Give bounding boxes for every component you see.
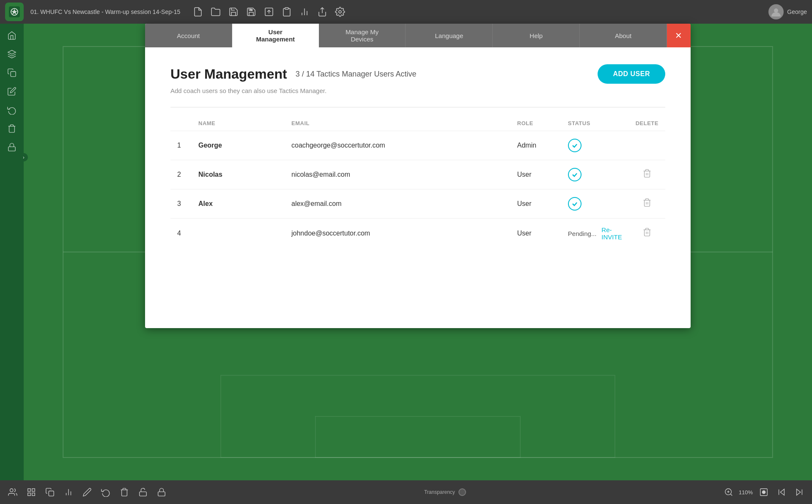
clipboard-icon[interactable] [279,4,294,19]
transparency-label: Transparency [424,489,455,495]
bottom-stats-icon[interactable] [61,485,76,500]
nav-prev-icon[interactable] [774,485,789,500]
svg-rect-38 [140,492,147,496]
open-folder-icon[interactable] [208,4,223,19]
tab-language[interactable]: Language [406,24,493,47]
modal: Account User Management Manage My Device… [145,24,691,328]
row-name: Nicolas [192,160,285,189]
user-name: George [787,8,807,15]
toolbar-icons: As [190,4,348,19]
save-as-icon[interactable]: As [244,4,259,19]
top-toolbar: 01. WHUFC Vs Newcastle - Warm-up session… [0,0,812,24]
row-name: George [192,131,285,160]
delete-icon[interactable] [642,227,652,239]
transparency-slider[interactable] [458,488,466,496]
tab-manage-devices[interactable]: Manage My Devices [319,24,406,47]
row-status [561,131,629,160]
bottom-layer-icon[interactable] [24,485,39,500]
modal-content: User Management 3 / 14 Tactics Manager U… [145,47,691,265]
bottom-users-icon[interactable] [5,485,20,500]
svg-point-29 [10,489,13,492]
sidebar-edit-icon[interactable] [3,83,20,100]
row-delete [629,131,665,160]
row-role: User [510,219,561,249]
svg-marker-48 [797,489,801,496]
svg-rect-30 [28,489,30,491]
bottom-undo-icon[interactable] [98,485,113,500]
status-check-icon [568,139,582,152]
svg-marker-46 [780,489,784,496]
row-status: Pending... Re-INVITE [561,219,629,249]
row-name [192,219,285,249]
svg-point-11 [339,11,341,13]
nav-next-icon[interactable] [792,485,807,500]
tab-user-management[interactable]: User Management [232,24,319,47]
bottom-unlock-icon[interactable] [135,485,151,500]
svg-point-12 [774,8,778,13]
row-role: User [510,189,561,219]
user-table: NAME EMAIL ROLE STATUS DELETE 1 George c… [170,116,665,248]
table-row: 1 George coachgeorge@soccertutor.com Adm… [170,131,665,160]
settings-icon[interactable] [332,4,348,19]
bottom-pencil-icon[interactable] [80,485,95,500]
app-logo[interactable] [5,3,24,21]
row-status [561,160,629,189]
user-area: George [768,4,807,19]
bottom-trash-icon[interactable] [117,485,132,500]
row-email: johndoe@soccertutor.com [285,219,510,249]
nav-icons [756,485,807,500]
reinvite-link[interactable]: Re-INVITE [601,226,622,241]
zoom-level: 110% [739,489,753,496]
status-check-icon [568,197,582,211]
table-row: 2 Nicolas nicolas@email.com User [170,160,665,189]
svg-rect-15 [8,147,16,151]
page-title: User Management [170,66,287,82]
add-user-button[interactable]: ADD USER [598,64,665,84]
delete-icon[interactable] [642,169,652,181]
new-file-icon[interactable] [190,4,206,19]
left-sidebar: › [0,24,24,480]
sidebar-copy-icon[interactable] [3,64,20,81]
bottom-toolbar: Transparency 110% [0,480,812,504]
nav-record-icon[interactable] [756,485,771,500]
zoom-area: 110% [721,485,753,500]
svg-rect-39 [158,492,165,496]
save-icon[interactable] [226,4,241,19]
divider [170,107,665,107]
stats-icon[interactable] [297,4,312,19]
close-button[interactable]: ✕ [667,24,691,47]
modal-overlay: Account User Management Manage My Device… [24,24,812,480]
svg-marker-13 [8,50,16,54]
tab-account[interactable]: Account [145,24,232,47]
tab-help[interactable]: Help [493,24,580,47]
svg-rect-6 [285,8,288,9]
svg-text:As: As [250,8,252,11]
th-email: EMAIL [285,116,510,131]
pending-text: Pending... [568,230,597,237]
sidebar-lock-icon[interactable] [3,139,20,156]
svg-line-41 [730,494,732,496]
delete-icon[interactable] [642,198,652,210]
transparency-area: Transparency [173,488,718,496]
bottom-lock-icon[interactable] [154,485,169,500]
tab-about[interactable]: About [580,24,667,47]
row-num: 4 [170,219,192,249]
user-avatar [768,4,784,19]
sidebar-trash-icon[interactable] [3,120,20,137]
svg-rect-33 [32,493,35,496]
export-icon[interactable] [261,4,277,19]
sidebar-layers-icon[interactable] [3,46,20,63]
bottom-copy-icon[interactable] [42,485,58,500]
th-role: ROLE [510,116,561,131]
row-delete [629,219,665,249]
zoom-in-icon[interactable] [721,485,736,500]
sidebar-undo-icon[interactable] [3,101,20,118]
sidebar-home-icon[interactable] [3,27,20,44]
row-status [561,189,629,219]
header-left: User Management 3 / 14 Tactics Manager U… [170,66,416,82]
svg-rect-32 [28,493,30,496]
row-email: coachgeorge@soccertutor.com [285,131,510,160]
share-icon[interactable] [315,4,330,19]
row-delete [629,189,665,219]
row-num: 1 [170,131,192,160]
